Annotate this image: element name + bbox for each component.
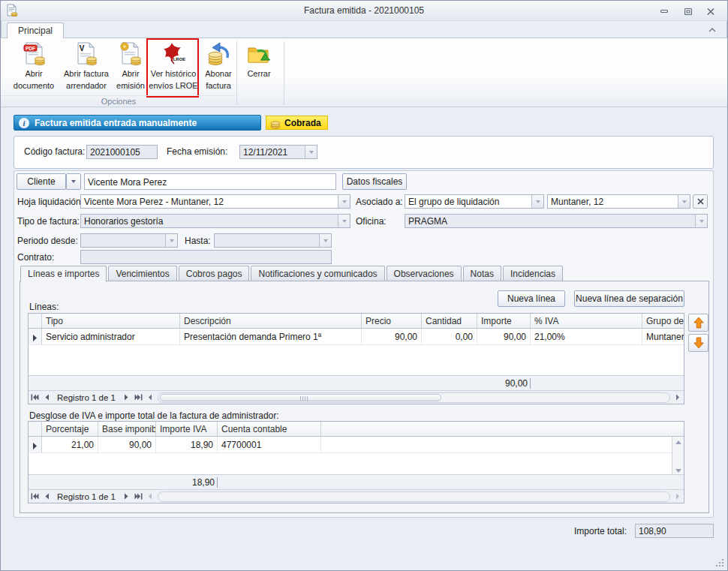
tab-vencimientos[interactable]: Vencimientos <box>108 266 176 281</box>
datos-fiscales-button[interactable]: Datos fiscales <box>342 173 407 190</box>
horizontal-scrollbar[interactable] <box>158 392 670 403</box>
minimize-button[interactable] <box>657 6 672 17</box>
cliente-dropdown-button[interactable] <box>66 173 81 190</box>
scroll-right-icon[interactable] <box>672 392 684 404</box>
tab-observaciones[interactable]: Observaciones <box>387 266 462 281</box>
tab-lineas-e-importes[interactable]: Líneas e importes <box>20 266 107 282</box>
asociado-a-label: Asociado a: <box>356 197 403 207</box>
tab-notificaciones[interactable]: Notificaciones y comunicados <box>251 266 384 281</box>
next-record-icon[interactable] <box>120 491 132 503</box>
chevron-down-icon[interactable] <box>338 195 350 208</box>
table-row[interactable]: 21,00 90,00 18,90 47700001 <box>29 437 684 453</box>
tab-cobros-pagos[interactable]: Cobros pagos <box>179 266 250 281</box>
tipo-factura-combo: Honorarios gestoría <box>80 214 350 228</box>
document-v-coins-icon: V <box>74 40 99 67</box>
cell-iva[interactable]: 21,00% <box>531 329 642 344</box>
document-seal-coins-icon <box>118 40 143 67</box>
next-record-icon[interactable] <box>120 392 132 404</box>
column-header[interactable]: Porcentaje <box>42 422 98 436</box>
last-record-icon[interactable] <box>132 392 144 404</box>
scroll-left-icon[interactable] <box>144 392 156 404</box>
abrir-emision-button[interactable]: Abrir emisión <box>114 40 147 95</box>
cell-importe[interactable]: 90,00 <box>477 329 531 344</box>
maximize-button[interactable] <box>681 6 696 17</box>
column-header[interactable]: Tipo <box>42 314 180 328</box>
asociado-grupo-combo[interactable]: El grupo de liquidación <box>405 194 544 209</box>
scroll-left-icon[interactable] <box>144 491 156 503</box>
column-header[interactable]: Importe <box>477 314 531 328</box>
previous-record-icon[interactable] <box>41 491 53 503</box>
ribbon-group-separator <box>284 41 284 104</box>
summary-importe-iva: 18,90 <box>29 477 218 488</box>
column-header[interactable]: Importe IVA <box>156 422 218 436</box>
cell-descripcion[interactable]: Presentación demanda Primero 1ª <box>180 329 362 344</box>
cerrar-button[interactable]: Cerrar <box>241 40 277 95</box>
ver-historico-lroe-button[interactable]: LROE Ver histórico envíos LROE <box>149 40 198 95</box>
nueva-linea-separacion-button[interactable]: Nueva línea de separación <box>574 290 684 307</box>
record-counter: Registro 1 de 1 <box>53 492 120 501</box>
vertical-scrollbar[interactable] <box>672 437 684 476</box>
column-header[interactable]: Descripción <box>180 314 362 328</box>
scroll-right-icon[interactable] <box>672 491 684 503</box>
nueva-linea-button[interactable]: Nueva línea <box>498 290 565 307</box>
abonar-factura-button[interactable]: Abonar factura <box>200 40 236 95</box>
column-header[interactable]: Precio <box>362 314 422 328</box>
asociado-inmueble-combo[interactable]: Muntaner, 12 <box>547 194 690 209</box>
column-header[interactable]: % IVA <box>531 314 642 328</box>
abrir-documento-button[interactable]: PDF Abrir documento <box>10 40 58 95</box>
tab-incidencias[interactable]: Incidencias <box>503 266 563 281</box>
column-header[interactable]: Base imponible <box>98 422 156 436</box>
chevron-down-icon[interactable] <box>678 195 690 208</box>
ribbon-tab-principal[interactable]: Principal <box>7 23 64 39</box>
hoja-liquidacion-combo[interactable]: Vicente Mora Perez - Muntaner, 12 <box>80 194 350 209</box>
cell-cuenta-contable[interactable]: 47700001 <box>218 437 321 452</box>
cell-tipo[interactable]: Servicio administrador <box>42 329 180 344</box>
status-banner: i Factura emitida entrada manualmente <box>14 115 261 131</box>
move-line-up-button[interactable] <box>688 314 708 332</box>
first-record-icon[interactable] <box>29 491 41 503</box>
table-row[interactable]: Servicio administrador Presentación dema… <box>29 329 684 345</box>
ribbon-button-label: Cerrar <box>247 69 270 79</box>
clear-asociado-button[interactable] <box>693 194 708 209</box>
iva-grid-pager: Registro 1 de 1 <box>29 489 684 503</box>
cell-grupo[interactable]: Muntaner, 12 <box>642 329 684 344</box>
tab-notas[interactable]: Notas <box>463 266 501 281</box>
cell-importe-iva[interactable]: 18,90 <box>156 437 218 452</box>
importe-total-field: 108,90 <box>635 524 714 538</box>
iva-grid: Porcentaje Base imponible Importe IVA Cu… <box>28 421 684 503</box>
ribbon-collapse-button[interactable] <box>708 25 717 35</box>
invoice-body-panel: Cliente Vicente Mora Perez Datos fiscale… <box>14 170 714 518</box>
ribbon-button-label: envíos LROE <box>149 81 197 91</box>
previous-record-icon[interactable] <box>41 392 53 404</box>
close-button[interactable] <box>703 6 718 17</box>
abrir-factura-arrendador-button[interactable]: V Abrir factura arrendador <box>59 40 113 95</box>
scroll-up-icon[interactable] <box>672 437 684 447</box>
column-header[interactable]: Cantidad <box>422 314 477 328</box>
cell-base-imponible[interactable]: 90,00 <box>98 437 156 452</box>
cobrada-badge: Cobrada <box>266 116 328 130</box>
codigo-factura-field: 2021000105 <box>86 145 158 159</box>
first-record-icon[interactable] <box>29 392 41 404</box>
cliente-button[interactable]: Cliente <box>17 173 66 190</box>
cliente-name-field[interactable]: Vicente Mora Perez <box>84 173 336 190</box>
nueva-linea-label: Nueva línea <box>507 293 555 304</box>
column-header[interactable]: Grupo de liquidación <box>642 314 684 328</box>
scrollbar-thumb[interactable] <box>160 394 441 401</box>
move-line-down-button[interactable] <box>688 334 708 352</box>
title-bar[interactable]: Factura emitida - 2021000105 <box>1 1 727 21</box>
importe-total-label: Importe total: <box>574 526 627 536</box>
lineas-e-importes-panel: Nueva línea Nueva línea de separación Lí… <box>20 281 709 513</box>
cell-porcentaje[interactable]: 21,00 <box>42 437 98 452</box>
column-header[interactable]: Cuenta contable <box>218 422 321 436</box>
periodo-desde-label: Periodo desde: <box>17 236 78 246</box>
chevron-down-icon[interactable] <box>531 195 543 208</box>
cell-precio[interactable]: 90,00 <box>362 329 422 344</box>
cell-cantidad[interactable]: 0,00 <box>422 329 477 344</box>
coins-undo-icon <box>205 40 232 67</box>
svg-text:PDF: PDF <box>26 46 35 51</box>
oficina-combo: PRAGMA <box>405 214 708 228</box>
last-record-icon[interactable] <box>132 491 144 503</box>
horizontal-scrollbar[interactable] <box>158 491 670 502</box>
resize-grip[interactable] <box>714 557 724 567</box>
chevron-down-icon <box>319 234 331 247</box>
